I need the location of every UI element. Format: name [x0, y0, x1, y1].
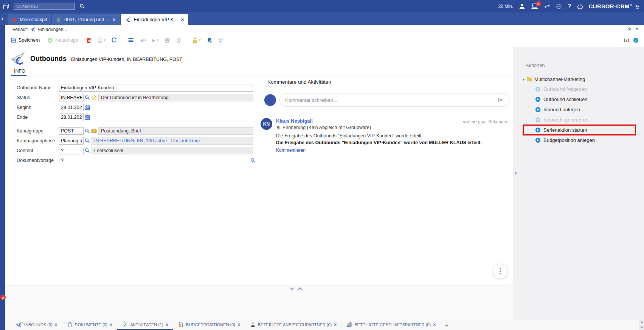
action-serienaktion-starten[interactable]: Serienaktion starten [523, 125, 637, 135]
close-tab-icon[interactable]: × [237, 322, 240, 327]
close-tab-icon[interactable]: × [166, 322, 168, 327]
outbound-name-input[interactable] [59, 84, 253, 92]
status-input[interactable] [59, 94, 84, 101]
help-icon[interactable]: ? [568, 3, 571, 10]
scroll-up-icon[interactable] [640, 321, 643, 323]
new-record-button[interactable]: Neuanlage [47, 37, 78, 43]
notification-badge: 2 [536, 1, 541, 6]
delete-button[interactable] [86, 37, 92, 43]
brand-text: CURSOR-CRM [589, 3, 630, 9]
action-inbound-anlegen[interactable]: Inbound anlegen [523, 104, 637, 115]
command-input[interactable] [14, 3, 75, 10]
form-row-kampagnenphase: Kampagnenphase IN BEARBEITUNG, KN, 100 J… [17, 137, 253, 145]
close-tab-icon[interactable]: × [433, 322, 436, 327]
send-icon[interactable] [497, 97, 504, 103]
comment-reply-link[interactable]: Kommentieren [276, 148, 482, 153]
search-icon[interactable] [85, 128, 90, 134]
refresh-button[interactable] [111, 37, 117, 43]
content-input[interactable] [59, 147, 84, 154]
tab-beteiligte-geschaeftspartner[interactable]: BETEILIGTE GESCHÄFTSPARTNER (0) × [341, 320, 441, 330]
attachment-icon[interactable] [176, 37, 182, 43]
favorite-star-icon[interactable]: ☆ [218, 37, 223, 44]
action-label: Outbound freigeben [543, 86, 587, 92]
close-tab-icon[interactable]: × [110, 322, 112, 327]
save-button[interactable]: Speichern [11, 37, 40, 43]
redo-icon[interactable] [544, 3, 550, 9]
document-template-input[interactable] [59, 157, 247, 164]
search-icon[interactable] [250, 158, 256, 163]
cursor-crm-app: 30 Min. 2 ? CURSOR-CRM® [0, 0, 644, 330]
close-tab-icon[interactable]: × [113, 17, 116, 22]
action-outbound-schliessen[interactable]: Outbound schließen [523, 94, 637, 104]
comment-entry: KN Klaus Nesbigall Erinnerung (Kein Abgl… [261, 113, 509, 153]
tab-aktivitaeten[interactable]: AKTIVITÄTEN (1) × [117, 320, 173, 330]
tab-mein-cockpit[interactable]: Mein Cockpit [8, 14, 51, 25]
tab-beteiligte-ansprechpartner[interactable]: BETEILIGTE ANSPRECHPARTNER (0) × [245, 320, 341, 330]
chevron-down-icon[interactable]: ▾ [636, 27, 638, 31]
form-row-dokumentvorlage: Dokumentvorlage [17, 156, 253, 165]
outbounds-logo-icon [10, 51, 25, 66]
action-inbounds-generieren[interactable]: Inbounds generieren [523, 115, 637, 125]
next-record-button[interactable]: ▶ ▾ [152, 37, 159, 43]
duplicate-button[interactable]: ▾ [97, 37, 106, 43]
history-entry[interactable]: Einladungen... [38, 27, 67, 32]
record-subtitle: Einladungen VIP-Kunden, IN BEARBEITUNG, … [71, 57, 182, 62]
chevron-up-icon[interactable] [298, 287, 302, 291]
tab-info[interactable]: INFO [14, 68, 25, 74]
channel-group-input[interactable] [59, 127, 84, 135]
windows-icon[interactable] [3, 3, 9, 9]
end-date-input[interactable] [59, 114, 84, 121]
close-view-icon[interactable]: × [628, 26, 631, 32]
tab-kampagne[interactable]: 0001, Planung und ... × [52, 14, 119, 25]
tab-budgetpositionen[interactable]: BUDGETPOSITIONEN (0) × [173, 320, 245, 330]
user-icon[interactable] [519, 3, 525, 9]
tab-scrollbar[interactable] [639, 320, 644, 330]
info-icon[interactable] [633, 37, 639, 43]
expand-sidebar-icon[interactable]: › [515, 169, 517, 177]
close-tab-icon[interactable]: × [181, 17, 184, 22]
tab-dokumente[interactable]: DOKUMENTE (0) × [62, 320, 118, 330]
tab-einladungen[interactable]: Einladungen VIP-K... × [121, 14, 188, 25]
calendar-icon[interactable] [85, 115, 90, 120]
bookmark-add-button[interactable] [206, 37, 212, 43]
search-icon[interactable] [85, 95, 90, 100]
start-date-input[interactable] [59, 104, 84, 111]
contact-person-icon [250, 322, 256, 327]
chevron-down-icon[interactable]: ▾ [523, 77, 525, 81]
scroll-down-icon[interactable] [640, 327, 643, 328]
close-tab-icon[interactable]: × [334, 322, 337, 327]
globe-icon[interactable] [556, 3, 562, 9]
campaign-phase-link[interactable]: IN BEARBEITUNG, KN, 100 Jahre - Das Jubi… [92, 137, 253, 145]
chevron-down-icon[interactable]: ▾ [144, 38, 146, 42]
search-icon[interactable] [85, 138, 90, 143]
add-tab-button[interactable]: + [441, 322, 453, 328]
power-icon[interactable] [577, 3, 583, 9]
print-button[interactable] [164, 37, 170, 43]
play-icon [535, 137, 541, 143]
prev-record-button[interactable]: ◀ ▾ [140, 37, 146, 43]
menu-button[interactable] [128, 37, 134, 43]
campaign-phase-input[interactable] [59, 137, 84, 145]
tab-inbounds[interactable]: INBOUNDS (0) × [11, 320, 62, 330]
chevron-down-icon[interactable]: ▾ [157, 38, 159, 42]
comment-input[interactable] [285, 97, 497, 103]
notifications-icon[interactable]: 2 [531, 3, 538, 9]
more-options-button[interactable] [493, 264, 508, 279]
collapsed-nav-strip[interactable] [0, 25, 5, 330]
tab-label: Einladungen VIP-K... [134, 17, 178, 22]
lock-button[interactable]: ▾ [192, 37, 201, 43]
chevron-down-icon[interactable]: ▾ [104, 38, 106, 42]
action-budgetposition-anlegen[interactable]: Budgetposition anlegen [523, 135, 637, 145]
comment-author-link[interactable]: Klaus Nesbigall [276, 118, 482, 124]
close-tab-icon[interactable]: × [55, 322, 57, 327]
outbound-form: Outbound-Name Status Der Outbound ist in… [17, 84, 253, 166]
chevron-down-icon[interactable]: ▾ [199, 38, 201, 42]
calendar-icon[interactable] [85, 105, 90, 110]
action-group-multichannel[interactable]: ▾ Multichannel-Marketing [523, 74, 637, 84]
search-icon[interactable] [79, 3, 85, 9]
search-icon[interactable] [85, 148, 90, 153]
bottom-notification-badge[interactable]: 2 [0, 295, 6, 300]
chevron-down-icon[interactable] [290, 286, 294, 290]
action-outbound-freigeben[interactable]: Outbound freigeben [523, 84, 637, 94]
collapse-nav-icon[interactable]: › [1, 15, 3, 22]
